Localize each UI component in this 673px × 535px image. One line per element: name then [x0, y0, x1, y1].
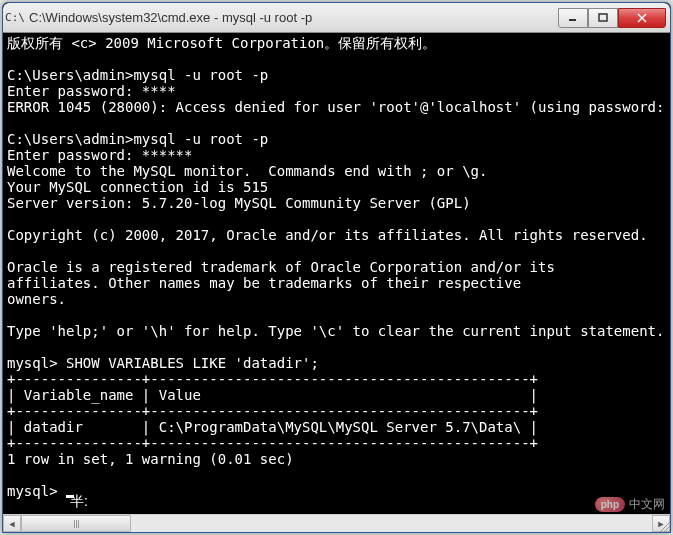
svg-rect-1 — [599, 14, 607, 21]
cmd-window: C:\ C:\Windows\system32\cmd.exe - mysql … — [2, 2, 671, 533]
svg-line-6 — [668, 530, 670, 532]
titlebar[interactable]: C:\ C:\Windows\system32\cmd.exe - mysql … — [3, 3, 670, 33]
maximize-button[interactable] — [588, 8, 618, 28]
window-title: C:\Windows\system32\cmd.exe - mysql -u r… — [29, 10, 558, 25]
ime-indicator: 半: — [70, 493, 88, 511]
scroll-track[interactable] — [21, 515, 652, 532]
cmd-icon: C:\ — [7, 10, 23, 26]
window-controls — [558, 8, 666, 28]
minimize-button[interactable] — [558, 8, 588, 28]
thumb-grip-icon — [74, 520, 79, 528]
resize-grip-icon[interactable] — [657, 519, 671, 533]
terminal-output[interactable]: 版权所有 <c> 2009 Microsoft Corporation。保留所有… — [3, 33, 670, 514]
watermark: php 中文网 — [595, 496, 665, 513]
horizontal-scrollbar[interactable]: ◄ ► — [3, 514, 670, 532]
watermark-badge: php — [595, 497, 625, 512]
close-button[interactable] — [618, 8, 666, 28]
watermark-text: 中文网 — [629, 496, 665, 513]
scroll-thumb[interactable] — [21, 515, 131, 532]
scroll-left-button[interactable]: ◄ — [3, 515, 21, 532]
